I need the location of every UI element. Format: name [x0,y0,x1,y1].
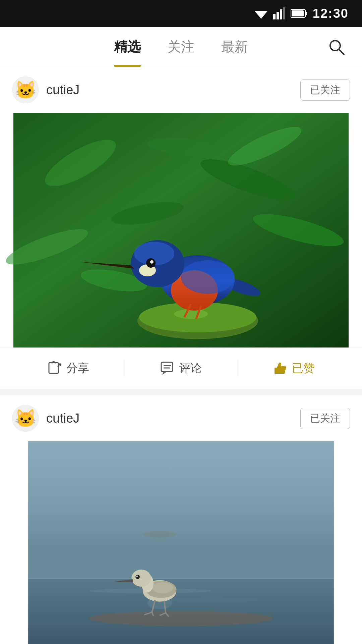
tab-following[interactable]: 关注 [168,34,194,59]
svg-rect-1 [273,14,276,19]
comment-icon [160,361,174,375]
svg-point-46 [89,611,273,626]
post-header: cutieJ 已关注 [0,67,362,113]
svg-point-21 [174,309,208,319]
search-button[interactable] [328,38,345,56]
svg-rect-6 [305,12,307,15]
svg-marker-0 [254,11,268,19]
kingfisher-illustration [0,113,362,347]
status-icons: 12:30 [254,6,349,21]
post-card-2: cutieJ 已关注 [0,395,362,644]
post-header-2: cutieJ 已关注 [0,395,362,441]
comment-button[interactable]: 评论 [125,357,237,379]
app-content: 精选 关注 最新 cutieJ [0,27,362,644]
svg-rect-41 [28,441,334,579]
tab-latest[interactable]: 最新 [221,34,248,59]
comment-label: 评论 [179,361,202,376]
follow-button[interactable]: 已关注 [300,79,350,101]
post-image-kingfisher[interactable] [0,113,362,347]
svg-point-53 [135,575,140,579]
post-image-waterbird[interactable] [0,441,362,644]
post-user: cutieJ [12,76,79,103]
like-button[interactable]: 已赞 [238,357,350,379]
phone-frame: 12:30 精选 关注 最新 [0,0,362,644]
svg-rect-3 [280,9,282,19]
search-icon [328,38,345,56]
share-label: 分享 [66,361,89,376]
svg-line-9 [339,49,344,54]
like-icon [273,361,287,376]
post-user-2: cutieJ [12,405,79,432]
username-2: cutieJ [46,411,79,426]
avatar[interactable] [12,76,39,103]
nav-tabs: 精选 关注 最新 [114,34,248,59]
top-nav: 精选 关注 最新 [0,27,362,67]
svg-point-50 [152,582,173,593]
avatar-image [12,76,39,103]
post-actions: 分享 评论 [0,347,362,389]
svg-rect-7 [292,10,304,16]
status-time: 12:30 [313,6,349,21]
username: cutieJ [46,83,79,97]
avatar-image-2 [12,405,39,432]
signal-icon [273,7,285,19]
waterbird-illustration [0,441,362,644]
svg-point-52 [131,570,151,587]
share-icon [48,361,62,375]
svg-rect-37 [161,362,173,372]
svg-point-54 [136,576,138,577]
svg-point-30 [150,260,154,264]
svg-rect-4 [283,7,285,19]
svg-point-25 [181,260,235,294]
svg-point-62 [143,531,176,537]
like-label: 已赞 [292,361,315,376]
wifi-icon [254,8,268,19]
svg-point-44 [163,598,260,602]
post-card: cutieJ 已关注 [0,67,362,389]
svg-rect-34 [49,363,58,373]
status-bar: 12:30 [0,0,362,27]
share-button[interactable]: 分享 [12,357,124,379]
follow-button-2[interactable]: 已关注 [300,408,350,429]
feed: cutieJ 已关注 [0,67,362,644]
tab-featured[interactable]: 精选 [114,34,141,59]
avatar-2[interactable] [12,405,39,432]
battery-icon [291,9,307,18]
svg-rect-2 [277,12,279,19]
